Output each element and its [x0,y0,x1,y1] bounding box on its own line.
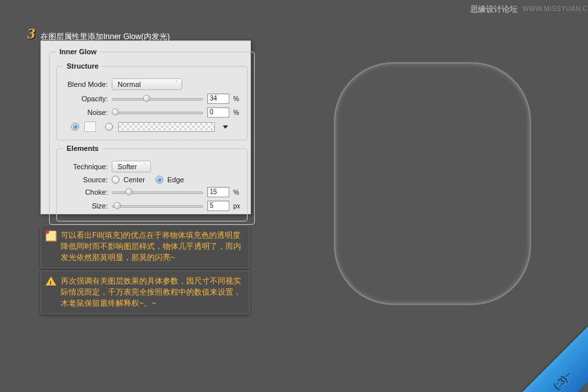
corner-ribbon-text: (:3)~ [551,369,574,392]
note-warning: 再次强调有关图层效果的具体参数，因尺寸不同视实际情况而定，千万表完全按照教程中的… [41,270,250,314]
choke-slider[interactable] [112,188,203,197]
blend-mode-label: Blend Mode: [63,80,108,88]
inner-glow-fieldset: Inner Glow Structure Blend Mode: Normal … [49,48,255,225]
color-swatch[interactable] [84,122,96,132]
source-label: Source: [63,176,108,184]
gradient-dropdown-icon[interactable] [223,125,228,129]
choke-unit: % [233,189,239,196]
structure-legend: Structure [63,62,102,70]
watermark-logo: 思缘设计论坛 [470,4,517,15]
noise-input[interactable]: 0 [207,107,229,118]
noise-slider[interactable] [112,108,203,117]
warning-icon [46,276,56,286]
elements-legend: Elements [63,144,102,152]
opacity-input[interactable]: 34 [207,93,229,104]
corner-ribbon: (:3)~ [502,320,588,392]
sticky-note-icon [46,231,56,241]
size-input[interactable]: 5 [207,201,229,211]
source-center-radio[interactable] [112,176,120,184]
blend-mode-select[interactable]: Normal [112,78,182,90]
technique-select[interactable]: Softer [112,161,151,172]
inner-glow-panel: Inner Glow Structure Blend Mode: Normal … [41,41,251,214]
color-gradient-radio[interactable] [105,123,113,131]
note-fill-text: 可以看出Fill(填充)的优点在于将物体填充色的透明度降低同时而不影响图层样式，… [61,231,241,262]
step-number: 3 [27,25,35,42]
source-edge-label: Edge [167,176,184,184]
size-slider[interactable] [112,201,203,210]
noise-label: Noise: [63,108,108,116]
opacity-label: Opacity: [63,95,108,103]
choke-label: Choke: [63,188,108,196]
opacity-slider[interactable] [112,94,203,103]
noise-unit: % [233,109,239,116]
mouse-preview-shape [335,63,531,304]
source-edge-radio[interactable] [155,176,163,184]
watermark-url: WWW.MISSYUAN.COM [523,5,588,12]
choke-input[interactable]: 15 [207,187,229,197]
elements-fieldset: Elements Technique: Softer Source: Cente… [56,144,248,221]
note-warning-text: 再次强调有关图层效果的具体参数，因尺寸不同视实际情况而定，千万表完全按照教程中的… [61,276,241,308]
color-solid-radio[interactable] [71,123,79,131]
gradient-picker[interactable] [118,122,215,132]
technique-label: Technique: [63,163,108,171]
note-fill-tip: 可以看出Fill(填充)的优点在于将物体填充色的透明度降低同时而不影响图层样式，… [41,225,250,269]
size-unit: px [233,203,240,210]
inner-glow-legend: Inner Glow [56,48,100,56]
size-label: Size: [63,202,108,210]
structure-fieldset: Structure Blend Mode: Normal Opacity: 34… [56,62,248,140]
opacity-unit: % [233,95,239,103]
source-center-label: Center [123,176,145,184]
